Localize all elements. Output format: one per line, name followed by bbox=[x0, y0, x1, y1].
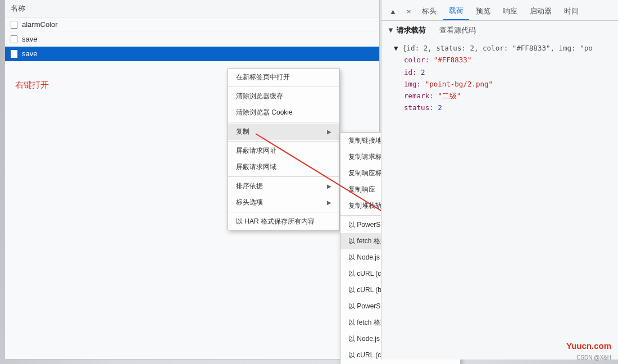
context-menu-item[interactable]: 屏蔽请求网域 bbox=[228, 159, 339, 175]
context-menu-label: 复制响应 bbox=[348, 185, 375, 194]
detail-tabs: ▲ × 标头 载荷 预览 响应 启动器 时间 bbox=[381, 0, 618, 21]
context-menu-label: 以 HAR 格式保存所有内容 bbox=[236, 217, 315, 226]
context-menu-label: 标头选项 bbox=[236, 198, 263, 207]
disclosure-triangle-icon: ▼ bbox=[394, 44, 402, 52]
request-row[interactable]: alarmColor bbox=[5, 17, 379, 32]
tab-response[interactable]: 响应 bbox=[497, 3, 523, 20]
context-menu-label: 复制 bbox=[236, 127, 249, 136]
watermark: Yuucn.com bbox=[566, 341, 611, 351]
submenu-arrow-icon: ▶ bbox=[327, 199, 331, 206]
context-menu-item[interactable]: 排序依据▶ bbox=[228, 178, 339, 194]
json-summary-line[interactable]: ▼ {id: 2, status: 2, color: "#FF8833", i… bbox=[394, 42, 612, 54]
request-row-selected[interactable]: save bbox=[5, 47, 379, 61]
context-menu-item[interactable]: 以 HAR 格式保存所有内容 bbox=[228, 213, 339, 230]
file-icon bbox=[11, 35, 17, 43]
context-menu-label: 排序依据 bbox=[236, 181, 263, 191]
request-name: alarmColor bbox=[22, 20, 58, 29]
menu-separator bbox=[228, 141, 339, 142]
watermark-sub: CSDN @X&H bbox=[576, 354, 611, 361]
context-menu-item[interactable]: 屏蔽请求网址 bbox=[228, 143, 339, 159]
request-name: save bbox=[22, 35, 37, 43]
context-menu-label: 在新标签页中打开 bbox=[236, 72, 290, 82]
json-property[interactable]: id: 2 bbox=[404, 66, 612, 78]
disclosure-triangle-icon: ▼ bbox=[387, 26, 394, 34]
column-header-name[interactable]: 名称 bbox=[5, 0, 379, 17]
tab-preview[interactable]: 预览 bbox=[470, 3, 496, 20]
menu-separator bbox=[228, 87, 339, 87]
tab-initiator[interactable]: 启动器 bbox=[524, 3, 557, 20]
menu-separator bbox=[228, 122, 339, 122]
payload-section-header[interactable]: ▼ 请求载荷 查看源代码 bbox=[381, 21, 618, 40]
submenu-arrow-icon: ▶ bbox=[327, 129, 331, 135]
tab-payload[interactable]: 载荷 bbox=[443, 2, 469, 20]
payload-json-view: ▼ {id: 2, status: 2, color: "#FF8833", i… bbox=[381, 40, 618, 120]
close-icon[interactable]: × bbox=[402, 5, 416, 18]
context-menu-item[interactable]: 清除浏览器缓存 bbox=[228, 88, 339, 104]
file-icon bbox=[11, 50, 17, 58]
annotation-right-click: 右键打开 bbox=[15, 80, 49, 90]
context-menu-label: 屏蔽请求网域 bbox=[236, 162, 276, 172]
context-menu-label: 屏蔽请求网址 bbox=[236, 146, 276, 156]
context-menu-label: 清除浏览器 Cookie bbox=[236, 108, 293, 117]
context-menu-item[interactable]: 复制▶ bbox=[228, 124, 339, 140]
payload-title: 请求载荷 bbox=[397, 26, 426, 34]
json-property[interactable]: img: "point-bg/2.png" bbox=[404, 78, 612, 90]
context-menu-item[interactable]: 在新标签页中打开 bbox=[228, 69, 339, 85]
json-property[interactable]: status: 2 bbox=[404, 102, 612, 113]
tab-timing[interactable]: 时间 bbox=[558, 3, 584, 20]
context-menu-label: 清除浏览器缓存 bbox=[236, 92, 283, 101]
tab-headers[interactable]: 标头 bbox=[416, 3, 442, 20]
json-property[interactable]: remark: "二级" bbox=[404, 90, 612, 102]
collapse-up-icon[interactable]: ▲ bbox=[385, 5, 401, 18]
file-icon bbox=[11, 21, 17, 29]
view-source-link[interactable]: 查看源代码 bbox=[439, 25, 476, 35]
context-menu-item[interactable]: 清除浏览器 Cookie bbox=[228, 104, 339, 121]
submenu-arrow-icon: ▶ bbox=[327, 183, 331, 189]
context-menu: 在新标签页中打开清除浏览器缓存清除浏览器 Cookie复制▶屏蔽请求网址屏蔽请求… bbox=[228, 69, 340, 230]
context-menu-item[interactable]: 标头选项▶ bbox=[228, 194, 339, 211]
request-row[interactable]: save bbox=[5, 32, 379, 47]
request-name: save bbox=[22, 49, 37, 58]
devtools-detail-panel: ▲ × 标头 载荷 预览 响应 启动器 时间 ▼ 请求载荷 查看源代码 ▼ {i… bbox=[381, 0, 618, 360]
request-list: alarmColor save save bbox=[5, 17, 379, 61]
menu-separator bbox=[228, 176, 339, 177]
menu-separator bbox=[228, 212, 339, 212]
json-property[interactable]: color: "#FF8833" bbox=[404, 54, 612, 66]
